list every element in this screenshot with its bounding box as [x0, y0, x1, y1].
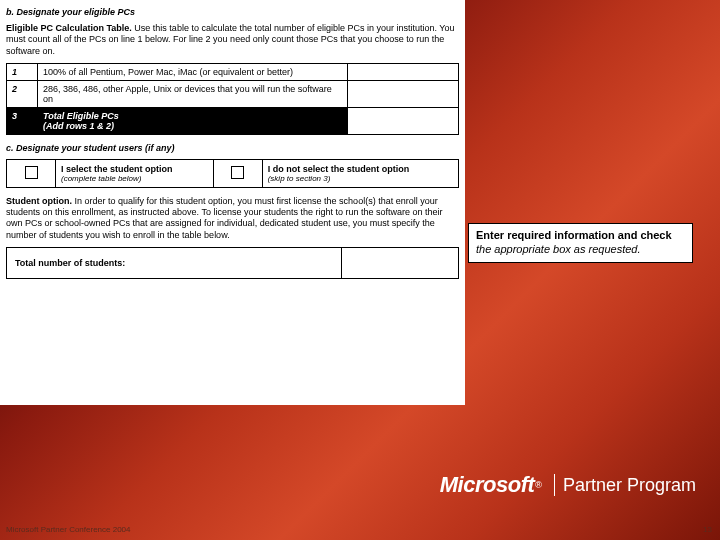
- calc-intro-bold: Eligible PC Calculation Table.: [6, 23, 132, 33]
- section-b-heading: b. Designate your eligible PCs: [6, 7, 459, 17]
- total-students-label: Total number of students:: [7, 247, 342, 278]
- row1-num: 1: [7, 63, 38, 80]
- row3-num: 3: [7, 107, 38, 134]
- table-row: 3 Total Eligible PCs (Add rows 1 & 2): [7, 107, 459, 134]
- registered-icon: ®: [535, 480, 542, 490]
- opt-yes-main: I select the student option: [61, 164, 208, 174]
- callout-line1: Enter required information and check: [476, 229, 672, 241]
- divider-icon: [554, 474, 555, 496]
- student-option-table: I select the student option (complete ta…: [6, 159, 459, 188]
- row1-text: 100% of all Pentium, Power Mac, iMac (or…: [38, 63, 348, 80]
- table-row: Total number of students:: [7, 247, 459, 278]
- row1-input[interactable]: [348, 63, 459, 80]
- opt-yes-sub: (complete table below): [61, 174, 208, 183]
- row2-num: 2: [7, 80, 38, 107]
- callout-line2: the appropriate box as requested.: [476, 243, 641, 255]
- student-option-yes-label: I select the student option (complete ta…: [56, 159, 214, 187]
- partner-program-text: Partner Program: [563, 475, 696, 496]
- table-row: I select the student option (complete ta…: [7, 159, 459, 187]
- calc-table: 1 100% of all Pentium, Power Mac, iMac (…: [6, 63, 459, 135]
- row3-text: Total Eligible PCs (Add rows 1 & 2): [38, 107, 348, 134]
- student-intro-bold: Student option.: [6, 196, 72, 206]
- calc-intro: Eligible PC Calculation Table. Use this …: [6, 23, 459, 57]
- microsoft-wordmark: Microsoft: [440, 472, 535, 498]
- checkbox-icon: [25, 166, 38, 179]
- student-intro: Student option. In order to qualify for …: [6, 196, 459, 241]
- footer-text: Microsoft Partner Conference 2004: [6, 525, 131, 534]
- row2-input[interactable]: [348, 80, 459, 107]
- section-c-heading: c. Designate your student users (if any): [6, 143, 459, 153]
- opt-no-main: I do not select the student option: [268, 164, 453, 174]
- opt-no-sub: (skip to section 3): [268, 174, 453, 183]
- student-intro-rest: In order to qualify for this student opt…: [6, 196, 443, 240]
- instruction-callout: Enter required information and check the…: [468, 223, 693, 263]
- total-students-table: Total number of students:: [6, 247, 459, 279]
- student-option-no-label: I do not select the student option (skip…: [262, 159, 458, 187]
- partner-program-logo: Microsoft® Partner Program: [440, 472, 696, 498]
- total-students-input[interactable]: [342, 247, 459, 278]
- student-option-yes-checkbox[interactable]: [7, 159, 56, 187]
- row3-input[interactable]: [348, 107, 459, 134]
- row2-text: 286, 386, 486, other Apple, Unix or devi…: [38, 80, 348, 107]
- table-row: 2 286, 386, 486, other Apple, Unix or de…: [7, 80, 459, 107]
- table-row: 1 100% of all Pentium, Power Mac, iMac (…: [7, 63, 459, 80]
- checkbox-icon: [231, 166, 244, 179]
- form-panel: b. Designate your eligible PCs Eligible …: [0, 0, 465, 405]
- page-number: 13: [703, 525, 712, 534]
- student-option-no-checkbox[interactable]: [213, 159, 262, 187]
